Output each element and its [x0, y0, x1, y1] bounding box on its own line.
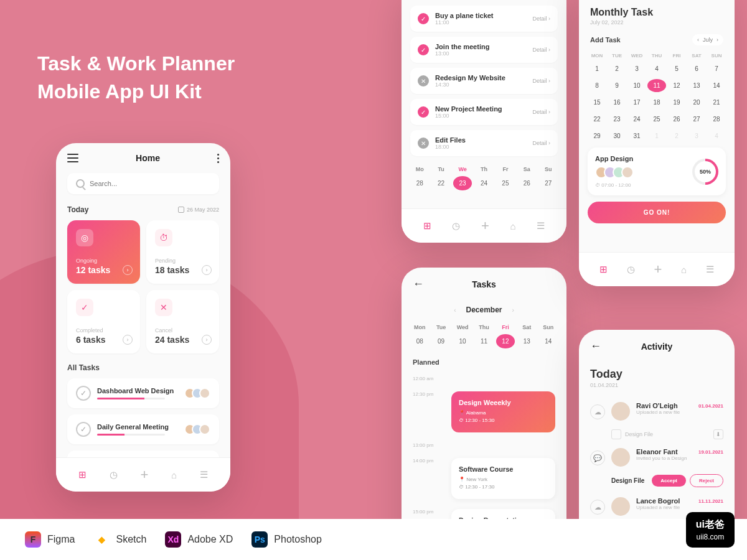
- briefcase-icon[interactable]: ⌂: [171, 470, 177, 480]
- date-cell[interactable]: 21: [707, 96, 726, 109]
- status-card[interactable]: ⏱Pending18 tasks›: [146, 220, 219, 284]
- date-cell[interactable]: 26: [667, 113, 686, 126]
- date-cell[interactable]: 7: [707, 62, 726, 75]
- activity-item[interactable]: ☁Ravi O'Leigh01.04.2021Uploaded a new fi…: [579, 397, 735, 426]
- next-icon[interactable]: ›: [716, 37, 718, 43]
- briefcase-icon[interactable]: ⌂: [510, 221, 515, 231]
- date-cell[interactable]: 22: [588, 113, 606, 126]
- search-input[interactable]: [67, 173, 219, 194]
- date-cell[interactable]: 17: [627, 96, 646, 109]
- clock-icon[interactable]: ◷: [627, 264, 635, 275]
- date-cell[interactable]: 13: [687, 79, 706, 92]
- go-button[interactable]: GO ON!: [588, 202, 726, 223]
- date-cell[interactable]: 29: [588, 129, 606, 142]
- date-cell[interactable]: 12: [496, 334, 515, 348]
- tool-xd: XdAdobe XD: [165, 531, 233, 548]
- day-label: Fr: [496, 166, 515, 172]
- date-cell[interactable]: 8: [588, 79, 606, 92]
- date-cell[interactable]: 23: [453, 176, 472, 190]
- month-selector[interactable]: ‹July›: [692, 34, 723, 45]
- date-cell[interactable]: 2: [667, 129, 686, 142]
- task-card[interactable]: App Design ⏱ 07:00 - 12:00 50%: [588, 147, 726, 195]
- date-cell[interactable]: 09: [431, 334, 450, 348]
- date-cell[interactable]: 14: [539, 334, 558, 348]
- task-row[interactable]: ✕Redesign My Website14:30Detail ›: [410, 68, 558, 94]
- date-cell[interactable]: 3: [627, 62, 646, 75]
- back-icon[interactable]: ←: [413, 278, 424, 291]
- search-field[interactable]: [90, 180, 210, 187]
- date-cell[interactable]: 14: [707, 79, 726, 92]
- date-cell[interactable]: 5: [667, 62, 686, 75]
- status-card[interactable]: ✓Completed6 tasks›: [67, 290, 140, 353]
- date-cell[interactable]: 13: [517, 334, 536, 348]
- grid-icon[interactable]: ⊞: [599, 264, 608, 275]
- menu-icon[interactable]: [67, 154, 78, 162]
- grid-icon[interactable]: ⊞: [78, 469, 87, 480]
- status-card[interactable]: ◎Ongoing12 tasks›: [67, 220, 140, 284]
- date-cell[interactable]: 2: [608, 62, 626, 75]
- date-cell[interactable]: 1: [647, 129, 666, 142]
- date-cell[interactable]: 4: [707, 129, 726, 142]
- back-icon[interactable]: ←: [590, 340, 601, 353]
- date-cell[interactable]: 31: [627, 129, 646, 142]
- task-row[interactable]: ✓New Project Meeting15:00Detail ›: [410, 99, 558, 125]
- date-cell[interactable]: 15: [588, 96, 606, 109]
- add-icon[interactable]: +: [654, 261, 662, 278]
- file-item[interactable]: Design File: [611, 429, 653, 439]
- activity-item[interactable]: 💬Eleanor Fant19.01.2021Invited you to a …: [579, 443, 735, 472]
- prev-icon[interactable]: ‹: [454, 307, 456, 314]
- date-cell[interactable]: 18: [647, 96, 666, 109]
- date-cell[interactable]: 23: [608, 113, 626, 126]
- reject-button[interactable]: Reject: [690, 474, 723, 487]
- date-cell[interactable]: 12: [667, 79, 686, 92]
- task-row[interactable]: ✓Join the meeting13:00Detail ›: [410, 37, 558, 63]
- next-icon[interactable]: ›: [512, 307, 514, 314]
- list-icon[interactable]: ☰: [537, 220, 545, 231]
- clock-icon[interactable]: ◷: [452, 220, 460, 231]
- task-row[interactable]: ✓Buy a plane ticket11:00Detail ›: [410, 6, 558, 32]
- date-cell[interactable]: 10: [453, 334, 472, 348]
- list-icon[interactable]: ☰: [706, 264, 714, 275]
- add-icon[interactable]: +: [481, 218, 489, 234]
- download-icon[interactable]: ⬇: [713, 429, 723, 439]
- date-cell[interactable]: 1: [588, 62, 606, 75]
- add-icon[interactable]: +: [141, 467, 149, 483]
- date-cell[interactable]: 10: [627, 79, 646, 92]
- date-cell[interactable]: 11: [474, 334, 493, 348]
- date-cell[interactable]: 28: [707, 113, 726, 126]
- task-item[interactable]: ✓Dashboard Web Design: [67, 378, 219, 408]
- date-cell[interactable]: 9: [608, 79, 626, 92]
- clock-icon[interactable]: ◷: [110, 469, 118, 480]
- date-cell[interactable]: 11: [647, 79, 666, 92]
- accept-button[interactable]: Accept: [652, 475, 686, 487]
- prev-icon[interactable]: ‹: [697, 37, 699, 43]
- status-card[interactable]: ✕Cancel24 tasks›: [146, 290, 219, 353]
- date-cell[interactable]: 19: [667, 96, 686, 109]
- date-cell[interactable]: 24: [474, 176, 493, 190]
- check-icon: ✓: [418, 106, 429, 118]
- date-cell[interactable]: 30: [608, 129, 626, 142]
- date-cell[interactable]: 25: [496, 176, 515, 190]
- date-cell[interactable]: 16: [608, 96, 626, 109]
- date-cell[interactable]: 4: [647, 62, 666, 75]
- date-cell[interactable]: 3: [687, 129, 706, 142]
- date-cell[interactable]: 25: [647, 113, 666, 126]
- date-cell[interactable]: 22: [431, 176, 450, 190]
- page-title: Activity: [641, 342, 673, 352]
- date-cell[interactable]: 26: [517, 176, 536, 190]
- task-item[interactable]: ✓Daily General Meeting: [67, 414, 219, 444]
- date-cell[interactable]: 24: [627, 113, 646, 126]
- date-cell[interactable]: 28: [410, 176, 429, 190]
- list-icon[interactable]: ☰: [200, 469, 208, 480]
- grid-icon[interactable]: ⊞: [423, 220, 431, 231]
- briefcase-icon[interactable]: ⌂: [681, 264, 687, 275]
- task-row[interactable]: ✕Edit Files18:00Detail ›: [410, 130, 558, 156]
- date-cell[interactable]: 27: [539, 176, 558, 190]
- date-cell[interactable]: 20: [687, 96, 706, 109]
- date-cell[interactable]: 08: [410, 334, 429, 348]
- date-cell[interactable]: 27: [687, 113, 706, 126]
- date-cell[interactable]: 6: [687, 62, 706, 75]
- event-card[interactable]: Software Course📍 New York⏱ 12:30 - 17:30: [451, 458, 555, 499]
- more-icon[interactable]: [217, 154, 219, 163]
- event-card[interactable]: Design Weeekly📍 Alabama⏱ 12:30 - 15:30: [451, 391, 555, 432]
